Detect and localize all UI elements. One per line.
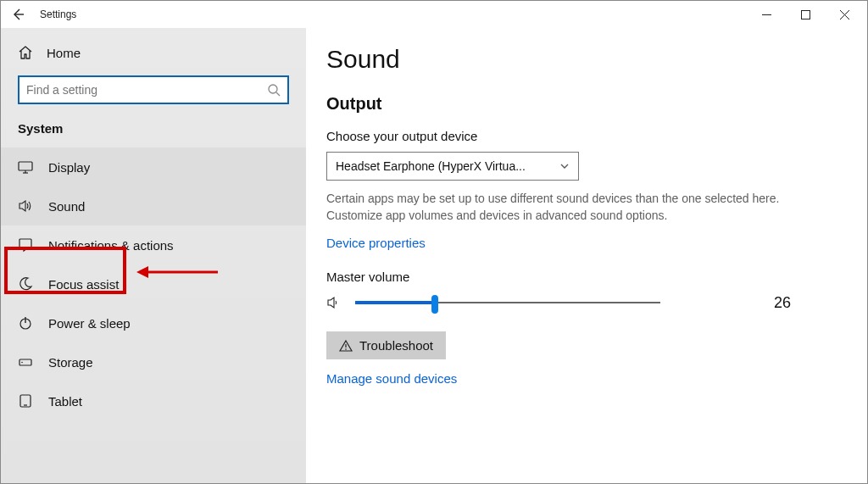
page-title: Sound: [326, 45, 842, 74]
svg-point-14: [21, 362, 23, 364]
sidebar-item-label: Sound: [48, 199, 85, 214]
sidebar-home-label: Home: [47, 46, 81, 60]
search-icon: [267, 83, 281, 97]
sidebar-item-label: Focus assist: [48, 277, 119, 292]
sidebar-item-notifications[interactable]: Notifications & actions: [1, 225, 306, 264]
tablet-icon: [18, 393, 33, 409]
display-icon: [18, 159, 33, 175]
sidebar-item-display[interactable]: Display: [1, 147, 306, 186]
chevron-down-icon: [559, 161, 570, 171]
home-icon: [18, 45, 33, 60]
output-device-select[interactable]: Headset Earphone (HyperX Virtua...: [326, 152, 579, 181]
svg-rect-10: [19, 239, 31, 248]
svg-rect-2: [801, 10, 810, 19]
output-device-selected: Headset Earphone (HyperX Virtua...: [336, 159, 526, 173]
sidebar-item-label: Notifications & actions: [48, 238, 174, 253]
sidebar-section-label: System: [1, 118, 306, 147]
settings-window: Settings Home System: [0, 0, 868, 484]
power-icon: [18, 315, 33, 331]
svg-rect-7: [19, 162, 32, 170]
sidebar-item-label: Storage: [48, 355, 93, 370]
volume-slider[interactable]: [355, 292, 660, 313]
troubleshoot-button[interactable]: Troubleshoot: [326, 331, 446, 359]
choose-output-label: Choose your output device: [326, 129, 842, 143]
device-properties-link[interactable]: Device properties: [326, 236, 426, 250]
svg-point-5: [269, 85, 277, 93]
minimize-button[interactable]: [747, 2, 786, 27]
troubleshoot-label: Troubleshoot: [359, 338, 433, 353]
sidebar-item-storage[interactable]: Storage: [1, 342, 306, 381]
back-icon[interactable]: [11, 8, 25, 21]
sidebar-item-label: Display: [48, 160, 90, 175]
sidebar-item-label: Power & sleep: [48, 316, 131, 331]
focus-assist-icon: [18, 276, 33, 292]
svg-point-19: [345, 348, 347, 350]
master-volume-label: Master volume: [326, 270, 842, 284]
volume-row: 26: [326, 292, 842, 313]
volume-icon[interactable]: [326, 295, 342, 310]
sound-icon: [18, 198, 33, 214]
maximize-button[interactable]: [786, 2, 825, 27]
notifications-icon: [18, 237, 33, 253]
output-helper-text: Certain apps may be set up to use differ…: [326, 191, 801, 224]
sidebar-item-sound[interactable]: Sound: [1, 186, 306, 225]
close-button[interactable]: [825, 2, 864, 27]
output-heading: Output: [326, 94, 842, 114]
svg-line-6: [276, 92, 280, 96]
sidebar-item-power-sleep[interactable]: Power & sleep: [1, 303, 306, 342]
warning-icon: [339, 339, 353, 353]
search-input-wrap[interactable]: [18, 75, 289, 104]
sidebar: Home System Display Sound: [1, 28, 306, 483]
storage-icon: [18, 354, 33, 370]
volume-value: 26: [774, 294, 842, 312]
content-pane: Sound Output Choose your output device H…: [306, 28, 867, 483]
sidebar-item-tablet[interactable]: Tablet: [1, 381, 306, 420]
titlebar: Settings: [1, 1, 867, 28]
svg-rect-13: [19, 359, 31, 365]
window-title: Settings: [40, 8, 76, 20]
sidebar-item-label: Tablet: [48, 394, 82, 409]
sidebar-home[interactable]: Home: [1, 33, 306, 70]
annotation-arrow: [135, 262, 220, 282]
manage-sound-devices-link[interactable]: Manage sound devices: [326, 371, 457, 386]
search-input[interactable]: [26, 83, 267, 97]
